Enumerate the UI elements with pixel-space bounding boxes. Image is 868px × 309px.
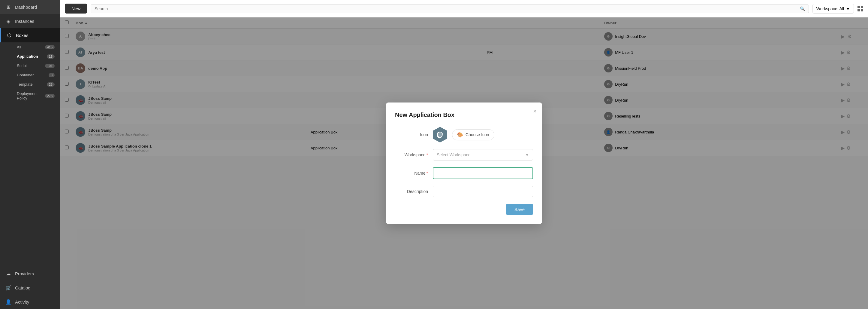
- grid-view-button[interactable]: [858, 6, 863, 11]
- sidebar-sub-script-count: 101: [45, 64, 55, 68]
- sidebar-sub-application-label: Application: [17, 54, 38, 59]
- name-required: *: [427, 171, 428, 175]
- main-content: New 🔍 Workspace: All ▼ Box ▲ Owner: [60, 0, 868, 309]
- sidebar-sub-all[interactable]: All 415: [6, 43, 60, 52]
- description-field-label: Description: [395, 189, 428, 194]
- sidebar-sub-all-count: 415: [45, 45, 55, 49]
- sidebar-sub-application[interactable]: Application 15: [6, 52, 60, 61]
- choose-icon-emoji: 🎨: [457, 132, 463, 138]
- grid-dot-1: [858, 6, 860, 8]
- new-application-box-modal: New Application Box × Icon 🎨: [386, 103, 542, 224]
- icon-display: [433, 127, 447, 142]
- catalog-icon: 🛒: [5, 285, 11, 291]
- grid-dot-4: [861, 9, 863, 11]
- choose-icon-button[interactable]: 🎨 Choose Icon: [452, 129, 494, 140]
- sidebar-sub-template-label: Template: [17, 82, 33, 87]
- sidebar-sub-template-count: 23: [47, 82, 55, 87]
- name-field-label: Name*: [395, 171, 428, 175]
- modal-overlay: New Application Box × Icon 🎨: [60, 18, 868, 309]
- activity-icon: 👤: [5, 299, 11, 305]
- new-button[interactable]: New: [65, 4, 87, 13]
- sidebar-sub-container-count: 3: [49, 73, 55, 77]
- sidebar-sub-deployment[interactable]: Deployment Policy 273: [6, 89, 60, 103]
- sidebar-sub-deployment-label: Deployment Policy: [17, 91, 45, 101]
- workspace-arrow-icon: ▼: [846, 6, 850, 11]
- name-row: Name*: [395, 167, 533, 179]
- grid-dot-2: [861, 6, 863, 8]
- sidebar-label-activity: Activity: [15, 299, 29, 305]
- providers-icon: ☁: [5, 271, 11, 277]
- boxes-icon: ⬡: [6, 32, 12, 38]
- search-icon: 🔍: [800, 6, 805, 11]
- choose-icon-label: Choose Icon: [466, 132, 489, 137]
- sidebar-label-dashboard: Dashboard: [15, 4, 37, 10]
- description-input[interactable]: [433, 186, 533, 197]
- sidebar-item-providers[interactable]: ☁ Providers: [0, 266, 60, 281]
- modal-footer: Save: [395, 204, 533, 215]
- topbar: New 🔍 Workspace: All ▼: [60, 0, 868, 18]
- dashboard-icon: ⊞: [5, 4, 11, 10]
- sidebar-sub-container[interactable]: Container 3: [6, 71, 60, 80]
- workspace-required: *: [427, 152, 428, 157]
- modal-title: New Application Box: [395, 112, 533, 118]
- sidebar-label-providers: Providers: [15, 271, 34, 276]
- sidebar-sub-script[interactable]: Script 101: [6, 61, 60, 71]
- workspace-select-placeholder: Select Workspace: [437, 152, 471, 157]
- workspace-select[interactable]: Select Workspace ▼: [433, 149, 533, 161]
- sidebar-sub-menu: All 415 Application 15 Script 101 Contai…: [0, 43, 60, 103]
- sidebar-label-boxes: Boxes: [16, 33, 29, 38]
- workspace-label: Workspace: All: [816, 6, 844, 11]
- sidebar: ⊞ Dashboard ◈ Instances ⬡ Boxes All 415 …: [0, 0, 60, 309]
- sidebar-sub-deployment-count: 273: [45, 94, 55, 98]
- description-row: Description: [395, 186, 533, 197]
- sidebar-label-catalog: Catalog: [15, 285, 31, 290]
- sidebar-item-boxes[interactable]: ⬡ Boxes: [0, 28, 60, 43]
- save-button[interactable]: Save: [506, 204, 533, 215]
- icon-label: Icon: [395, 132, 428, 137]
- modal-close-button[interactable]: ×: [533, 108, 537, 115]
- sidebar-item-catalog[interactable]: 🛒 Catalog: [0, 281, 60, 295]
- grid-dot-3: [858, 9, 860, 11]
- sidebar-sub-template[interactable]: Template 23: [6, 80, 60, 89]
- content-area: Box ▲ Owner A Abbey-chec Draft ⚙ Insight: [60, 18, 868, 309]
- workspace-field-label: Workspace*: [395, 152, 428, 157]
- search-input[interactable]: [95, 6, 798, 11]
- search-box: 🔍: [91, 4, 809, 13]
- sidebar-sub-container-label: Container: [17, 73, 34, 77]
- sidebar-sub-application-count: 15: [47, 54, 55, 59]
- sidebar-label-instances: Instances: [15, 19, 34, 24]
- sidebar-item-instances[interactable]: ◈ Instances: [0, 14, 60, 28]
- icon-row: Icon 🎨 Choose Icon: [395, 127, 533, 142]
- instances-icon: ◈: [5, 18, 11, 24]
- workspace-dropdown-arrow: ▼: [525, 152, 529, 157]
- sidebar-item-activity[interactable]: 👤 Activity: [0, 295, 60, 309]
- sidebar-sub-script-label: Script: [17, 63, 27, 68]
- sidebar-item-dashboard[interactable]: ⊞ Dashboard: [0, 0, 60, 14]
- workspace-row: Workspace* Select Workspace ▼: [395, 149, 533, 161]
- sidebar-sub-all-label: All: [17, 45, 21, 49]
- name-input[interactable]: [433, 167, 533, 179]
- workspace-dropdown[interactable]: Workspace: All ▼: [812, 4, 854, 13]
